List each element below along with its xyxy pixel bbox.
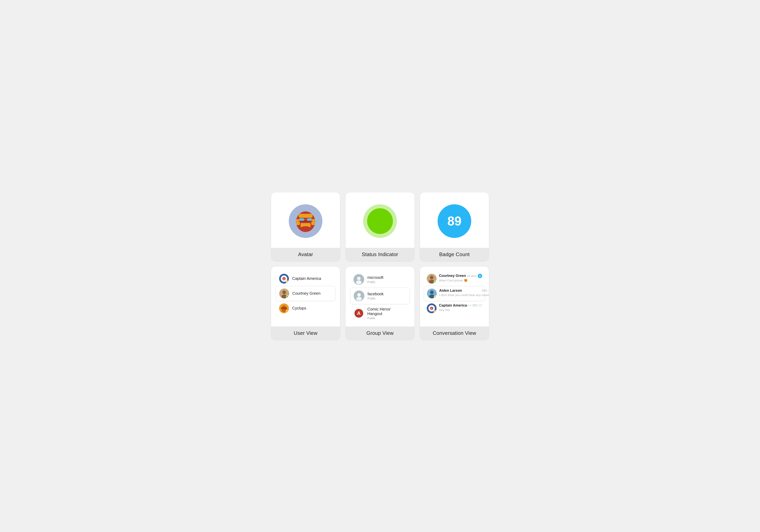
user-avatar-courtney xyxy=(279,288,289,298)
conv-msg-courtney: Wow! Cool picture 😍 xyxy=(439,279,482,282)
user-item-courtney-green[interactable]: Courtney Green xyxy=(276,286,335,301)
conversation-view-title: Conversation View xyxy=(433,330,476,336)
group-view-card: microsoft Public facebook xyxy=(346,267,414,340)
group-avatar-comic-heros: A xyxy=(354,308,364,319)
svg-point-25 xyxy=(357,293,361,297)
user-list: A Captain America xyxy=(276,271,335,316)
badge-card-title: Badge Count xyxy=(439,251,470,257)
svg-text:A: A xyxy=(283,278,285,280)
avatar-card: Avatar xyxy=(271,193,340,261)
svg-point-31 xyxy=(430,276,433,279)
svg-rect-8 xyxy=(299,221,312,222)
avengers-icon: A xyxy=(354,308,364,319)
svg-rect-1 xyxy=(299,214,312,218)
conv-time-courtney: 14 secs xyxy=(467,274,477,278)
person-icon-facebook xyxy=(354,290,364,301)
group-view-title: Group View xyxy=(366,330,394,336)
status-card-title: Status Indicator xyxy=(362,251,398,257)
avatar-display xyxy=(289,204,322,238)
user-item-captain-america[interactable]: A Captain America xyxy=(276,271,335,286)
conv-name-aiden: Aiden Larson xyxy=(439,288,462,293)
conversation-view-body: Courtney Green 14 secs 6 Wow! Cool pictu… xyxy=(420,267,489,327)
svg-point-5 xyxy=(300,226,311,232)
conv-avatar-courtney xyxy=(427,274,437,284)
group-list: microsoft Public facebook xyxy=(350,271,410,323)
avatar-card-body xyxy=(271,193,340,248)
user-view-title: User View xyxy=(294,330,317,336)
svg-rect-19 xyxy=(282,308,286,309)
group-item-microsoft[interactable]: microsoft Public xyxy=(350,271,410,288)
user-name-courtney: Courtney Green xyxy=(292,291,320,296)
group-item-facebook[interactable]: facebook Public xyxy=(350,288,410,304)
group-name-microsoft: microsoft xyxy=(367,275,383,280)
conv-msg-aiden: I don't think you could have any mone... xyxy=(439,293,489,297)
conv-time-captain-conv: DEC 17 xyxy=(472,304,482,307)
conv-content-captain-conv: Captain America ✓✓ DEC 17 Hey hey xyxy=(439,303,482,311)
conv-dot-captain-conv xyxy=(434,310,436,313)
group-view-body: microsoft Public facebook xyxy=(346,267,414,327)
group-avatar-microsoft xyxy=(354,274,364,285)
badge-circle: 89 xyxy=(438,204,471,238)
conv-item-captain-conv[interactable]: A Captain America ✓✓ DEC 17 Hey hey xyxy=(424,301,485,316)
group-sub-comic-heros: Public xyxy=(367,316,406,320)
conv-time-aiden: DEC 16 xyxy=(482,289,489,292)
user-view-footer: User View xyxy=(271,327,340,340)
user-view-body: A Captain America xyxy=(271,267,340,327)
conv-avatar-captain-conv: A xyxy=(427,303,437,313)
status-indicator-outer xyxy=(363,204,397,238)
status-dot-captain xyxy=(286,281,289,283)
status-card-body xyxy=(346,193,414,248)
group-info-microsoft: microsoft Public xyxy=(367,275,383,284)
badge-number: 89 xyxy=(447,214,461,228)
conv-item-aiden[interactable]: Aiden Larson DEC 16 I don't think you co… xyxy=(424,286,485,301)
status-dot-courtney xyxy=(286,295,289,298)
status-card: Status Indicator xyxy=(346,193,414,261)
group-info-comic-heros: Comic Heros' Hangout Public xyxy=(367,307,406,320)
user-name-cyclops: Cyclops xyxy=(292,306,306,310)
svg-point-23 xyxy=(356,281,361,285)
svg-rect-7 xyxy=(311,219,315,225)
svg-text:A: A xyxy=(431,307,432,310)
conversation-view-footer: Conversation View xyxy=(420,327,489,340)
user-avatar-captain: A xyxy=(279,274,289,284)
badge-card-body: 89 xyxy=(420,193,489,248)
svg-point-22 xyxy=(357,277,360,280)
svg-rect-6 xyxy=(296,219,300,225)
group-info-facebook: facebook Public xyxy=(367,292,384,300)
conv-dot-courtney xyxy=(434,281,436,284)
user-view-card: A Captain America xyxy=(271,267,340,340)
conv-header-courtney: Courtney Green 14 secs 6 xyxy=(439,274,482,278)
main-grid: Avatar Status Indicator 89 Badge Count xyxy=(271,193,489,340)
conv-dot-aiden xyxy=(434,295,437,298)
group-item-comic-heros[interactable]: A Comic Heros' Hangout Public xyxy=(350,304,410,323)
avatar-card-title: Avatar xyxy=(298,251,313,257)
svg-point-26 xyxy=(356,297,362,301)
svg-point-14 xyxy=(282,290,286,294)
conv-header-right-captain: ✓✓ DEC 17 xyxy=(467,304,482,307)
conv-content-aiden: Aiden Larson DEC 16 I don't think you co… xyxy=(439,288,489,297)
conv-header-captain-conv: Captain America ✓✓ DEC 17 xyxy=(439,303,482,308)
conv-msg-captain-conv: Hey hey xyxy=(439,308,482,311)
conversation-view-card: Courtney Green 14 secs 6 Wow! Cool pictu… xyxy=(420,267,489,340)
conv-name-captain-conv: Captain America xyxy=(439,303,467,308)
badge-card: 89 Badge Count xyxy=(420,193,489,261)
group-sub-microsoft: Public xyxy=(367,280,383,284)
conv-badge-courtney: 6 xyxy=(478,274,482,278)
badge-card-footer: Badge Count xyxy=(420,248,489,261)
ironman-icon xyxy=(293,208,318,234)
group-name-comic-heros: Comic Heros' Hangout xyxy=(367,307,406,316)
user-item-cyclops[interactable]: Cyclops xyxy=(276,301,335,316)
conv-header-aiden: Aiden Larson DEC 16 xyxy=(439,288,489,293)
status-indicator-inner xyxy=(367,208,393,234)
group-sub-facebook: Public xyxy=(367,297,384,300)
user-name-captain: Captain America xyxy=(292,276,321,281)
conv-content-courtney: Courtney Green 14 secs 6 Wow! Cool pictu… xyxy=(439,274,482,282)
conv-name-courtney: Courtney Green xyxy=(439,274,466,278)
conv-header-right-courtney: 14 secs 6 xyxy=(467,274,482,278)
avatar-card-footer: Avatar xyxy=(271,248,340,261)
group-name-facebook: facebook xyxy=(367,292,384,296)
group-view-footer: Group View xyxy=(346,327,414,340)
status-card-footer: Status Indicator xyxy=(346,248,414,261)
svg-point-34 xyxy=(430,290,434,294)
conv-item-courtney[interactable]: Courtney Green 14 secs 6 Wow! Cool pictu… xyxy=(424,271,485,286)
